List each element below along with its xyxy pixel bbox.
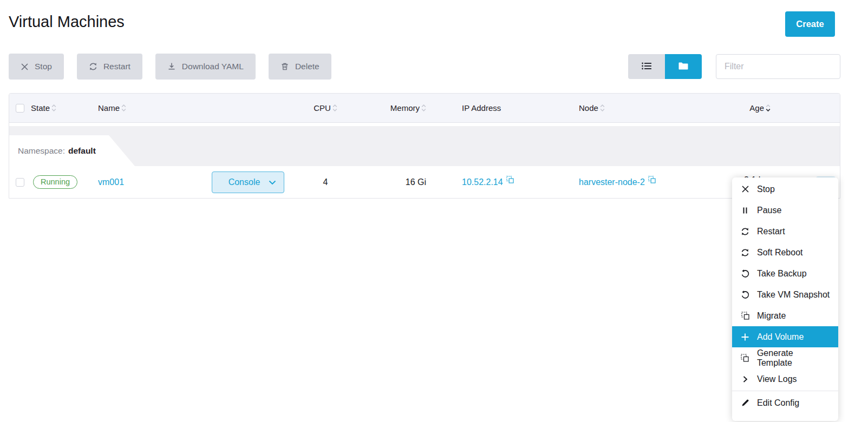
chevron-down-icon (269, 177, 276, 187)
group-row-background (9, 126, 840, 166)
status-badge: Running (33, 175, 77, 189)
column-label-state: State (31, 103, 50, 113)
virtual-machines-page: Virtual Machines Create Stop Restart Dow… (0, 0, 868, 422)
column-label-age: Age (749, 103, 764, 113)
column-label-node: Node (579, 103, 598, 113)
refresh-icon (740, 227, 750, 236)
vm-name-link[interactable]: vm001 (98, 177, 124, 187)
plus-icon (740, 333, 750, 341)
menu-item-label: View Logs (757, 374, 797, 384)
ip-address-link[interactable]: 10.52.2.14 (462, 177, 503, 187)
trash-icon (280, 62, 289, 71)
menu-item-stop[interactable]: Stop (732, 179, 838, 200)
column-label-ip-address: IP Address (462, 103, 501, 113)
stop-button-label: Stop (35, 62, 52, 71)
pause-icon (740, 207, 750, 214)
column-header-name[interactable]: Name (98, 103, 212, 113)
snapshot-icon (740, 291, 750, 299)
row-checkbox[interactable] (16, 178, 24, 187)
column-header-node[interactable]: Node (537, 103, 683, 113)
console-dropdown-button[interactable]: Console (212, 172, 284, 193)
namespace-label: Namespace: (18, 146, 65, 156)
menu-item-label: Generate Template (757, 348, 830, 368)
menu-item-label: Take Backup (757, 269, 807, 279)
menu-item-pause[interactable]: Pause (732, 200, 838, 221)
sort-icon (421, 104, 426, 112)
stop-button[interactable]: Stop (9, 54, 64, 80)
delete-button[interactable]: Delete (269, 54, 331, 80)
refresh-icon (740, 248, 750, 257)
menu-item-soft-reboot[interactable]: Soft Reboot (732, 242, 838, 263)
copy-icon[interactable] (506, 176, 514, 183)
column-header-memory[interactable]: Memory (353, 103, 434, 113)
download-yaml-button-label: Download YAML (182, 62, 244, 71)
select-all-checkbox[interactable] (16, 104, 24, 113)
menu-item-label: Migrate (757, 311, 786, 321)
menu-item-view-logs[interactable]: View Logs (732, 368, 838, 390)
menu-item-label: Stop (757, 184, 775, 194)
column-header-cpu[interactable]: CPU (298, 103, 353, 113)
sort-icon (332, 104, 337, 112)
table-header-row: State Name CPU Memory IP Address Node (9, 94, 840, 123)
memory-value: 16 Gi (353, 177, 434, 187)
menu-item-restart[interactable]: Restart (732, 221, 838, 242)
menu-item-take-backup[interactable]: Take Backup (732, 263, 838, 284)
column-label-memory: Memory (390, 103, 420, 113)
namespace-value: default (68, 146, 96, 156)
migrate-icon (740, 312, 750, 320)
vm-table-row: Running vm001 Console 4 16 Gi 10.52.2.14… (9, 166, 840, 198)
menu-item-edit-config[interactable]: Edit Config (732, 392, 838, 413)
cpu-value: 4 (298, 177, 353, 187)
download-yaml-button[interactable]: Download YAML (155, 54, 256, 80)
sort-icon-active-desc (766, 104, 771, 112)
column-header-state[interactable]: State (31, 103, 98, 113)
menu-item-generate-template[interactable]: Generate Template (732, 347, 838, 368)
column-label-cpu: CPU (314, 103, 331, 113)
namespace-group-row: Namespace: default (9, 123, 840, 166)
vm-table: State Name CPU Memory IP Address Node (9, 93, 840, 199)
restart-button[interactable]: Restart (77, 54, 142, 80)
column-label-name: Name (98, 103, 120, 113)
menu-item-label: Take VM Snapshot (757, 290, 830, 300)
menu-item-take-vm-snapshot[interactable]: Take VM Snapshot (732, 284, 838, 305)
chevron-right-icon (740, 375, 750, 383)
create-button[interactable]: Create (785, 11, 835, 37)
column-header-ip-address[interactable]: IP Address (434, 103, 537, 113)
page-title: Virtual Machines (9, 13, 125, 31)
console-button-label: Console (220, 177, 269, 187)
menu-item-migrate[interactable]: Migrate (732, 305, 838, 326)
sort-icon (600, 104, 605, 112)
menu-item-label: Pause (757, 206, 781, 215)
filter-input[interactable] (716, 54, 840, 79)
menu-divider (732, 391, 838, 391)
menu-item-label: Soft Reboot (757, 248, 803, 258)
delete-button-label: Delete (295, 62, 319, 71)
refresh-icon (89, 62, 97, 71)
bulk-actions-toolbar: Stop Restart Download YAML Delete (9, 54, 331, 80)
download-icon (167, 62, 176, 71)
x-icon (740, 185, 750, 193)
node-link[interactable]: harvester-node-2 (579, 177, 645, 187)
list-icon (642, 62, 651, 71)
menu-item-label: Add Volume (757, 332, 804, 342)
list-view-button[interactable] (628, 54, 665, 79)
copy-icon[interactable] (648, 176, 656, 183)
menu-item-label: Restart (757, 227, 785, 236)
template-icon (740, 354, 750, 362)
folder-icon (678, 62, 688, 71)
grouped-view-button[interactable] (665, 54, 702, 79)
restart-button-label: Restart (103, 62, 130, 71)
menu-item-label: Edit Config (757, 398, 799, 408)
x-icon (21, 63, 29, 71)
row-actions-menu: Stop Pause Restart Soft Reboot Take Back… (732, 177, 838, 421)
view-mode-toggle (628, 54, 702, 79)
pencil-icon (740, 399, 750, 407)
sort-icon (51, 104, 56, 112)
column-header-age[interactable]: Age (683, 103, 805, 113)
backup-icon (740, 269, 750, 278)
sort-icon (121, 104, 126, 112)
menu-item-add-volume[interactable]: Add Volume (732, 326, 838, 347)
